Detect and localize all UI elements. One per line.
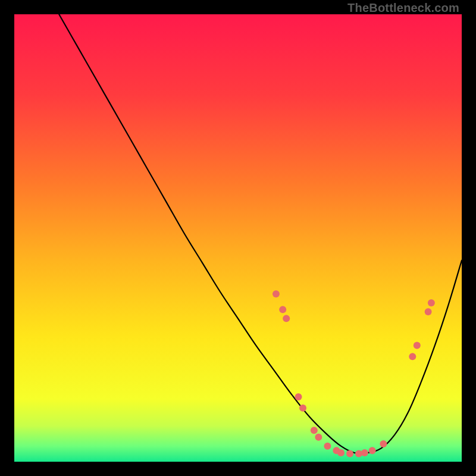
data-marker <box>311 427 318 434</box>
data-marker <box>283 315 290 322</box>
data-marker <box>346 450 353 457</box>
data-marker <box>369 447 376 454</box>
data-marker <box>409 353 416 360</box>
data-marker <box>414 342 421 349</box>
chart-frame <box>14 14 462 462</box>
data-marker <box>273 290 280 298</box>
data-marker <box>324 443 331 450</box>
data-marker <box>380 440 387 447</box>
data-marker <box>361 449 368 456</box>
data-marker <box>337 449 345 456</box>
watermark-text: TheBottleneck.com <box>347 1 459 15</box>
chart-background <box>14 14 462 462</box>
data-marker <box>315 434 322 441</box>
data-marker <box>279 306 286 313</box>
data-marker <box>299 405 306 412</box>
bottleneck-chart <box>14 14 462 462</box>
data-marker <box>295 393 302 400</box>
data-marker <box>425 308 432 315</box>
data-marker <box>428 299 435 306</box>
